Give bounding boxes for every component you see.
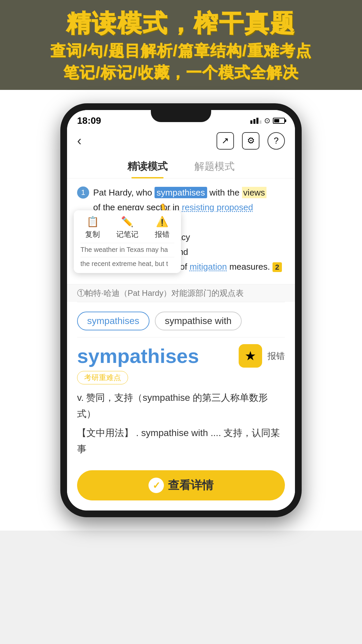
report-label-menu: 报错 — [155, 229, 170, 239]
warning-icon: ⚠️ — [156, 216, 168, 227]
phone-wrapper: 18:09 ⊙ ‹ — [0, 90, 362, 531]
star-icon: ★ — [245, 348, 256, 363]
status-icons: ⊙ — [250, 116, 285, 125]
word-actions: ★ 报错 — [239, 344, 285, 368]
report-button-menu[interactable]: ⚠️ 报错 — [155, 216, 170, 239]
nav-bar: ‹ ↗ ⚙ ? — [67, 129, 295, 153]
context-menu-items: 📋 复制 ✏️ 记笔记 ⚠️ 报错 — [80, 216, 174, 239]
word-usage: 【文中用法】 . sympathise with .... 支持，认同某事 — [77, 425, 285, 457]
share-icon: ↗ — [222, 136, 229, 146]
word-chips: sympathises sympathise with — [67, 302, 295, 337]
word-definition: v. 赞同，支持（sympathise 的第三人称单数形式） — [77, 390, 285, 422]
report-word-button[interactable]: 报错 — [267, 350, 285, 362]
view-detail-button[interactable]: ✓ 查看详情 — [77, 470, 285, 500]
help-button[interactable]: ? — [267, 132, 285, 150]
phone-screen: 18:09 ⊙ ‹ — [67, 110, 295, 511]
check-icon: ✓ — [153, 480, 160, 491]
check-circle-icon: ✓ — [148, 478, 164, 493]
back-button[interactable]: ‹ — [77, 133, 81, 148]
text-before: Pat Hardy, who — [93, 187, 155, 198]
reading-area: 📋 复制 ✏️ 记笔记 ⚠️ 报错 — [67, 178, 295, 284]
tab-jingdu[interactable]: 精读模式 — [127, 156, 168, 178]
signal-icon — [250, 118, 261, 124]
word-title-row: sympathises ★ 报错 — [77, 344, 285, 368]
text-with: with the — [207, 187, 242, 198]
translation-row: ①帕特·哈迪（Pat Hardy）对能源部门的观点表 — [67, 284, 295, 302]
share-button[interactable]: ↗ — [217, 132, 234, 150]
status-time: 18:09 — [77, 115, 101, 126]
header-title-line1: 精读模式，榨干真题 — [13, 10, 349, 37]
view-detail-label: 查看详情 — [168, 478, 214, 493]
header-subtitle-line3: 笔记/标记/收藏，一个模式全解决 — [13, 62, 349, 83]
wifi-icon: ⊙ — [264, 116, 270, 125]
link-resisting[interactable]: resisting proposed — [182, 202, 253, 212]
difficulty-tag: 考研重难点 — [77, 371, 128, 384]
word-main-title: sympathises — [77, 344, 199, 368]
paragraph-number: 1 — [77, 186, 89, 199]
text-measures: measures. — [227, 262, 270, 272]
note-button[interactable]: ✏️ 记笔记 — [116, 216, 138, 239]
phone-notch — [151, 110, 211, 122]
copy-button[interactable]: 📋 复制 — [85, 216, 100, 239]
copy-label: 复制 — [85, 229, 100, 239]
badge-2: 2 — [273, 262, 282, 272]
context-preview2: the recent extreme heat, but t — [80, 257, 174, 268]
highlight-views: views — [242, 187, 266, 198]
header-banner: 精读模式，榨干真题 查词/句/题目解析/篇章结构/重难考点 笔记/标记/收藏，一… — [0, 0, 362, 90]
tab-jieti[interactable]: 解题模式 — [194, 156, 235, 178]
context-preview: The weather in Texas may ha — [80, 243, 174, 254]
phone-mockup: 18:09 ⊙ ‹ — [60, 103, 302, 518]
battery-icon — [273, 118, 285, 124]
nav-icons: ↗ ⚙ ? — [217, 132, 285, 150]
note-label: 记笔记 — [116, 229, 138, 239]
note-icon: ✏️ — [121, 216, 133, 227]
bottom-btn-area: ✓ 查看详情 — [67, 464, 295, 511]
link-mitigation[interactable]: mitigation — [190, 262, 227, 272]
app-content: ‹ ↗ ⚙ ? — [67, 129, 295, 511]
gear-icon: ⚙ — [247, 136, 255, 146]
translation-text: ①帕特·哈迪（Pat Hardy）对能源部门的观点表 — [77, 288, 244, 298]
chip-sympathises[interactable]: sympathises — [77, 312, 149, 330]
tab-bar: 精读模式 解题模式 — [67, 153, 295, 178]
chip-sympathise-with[interactable]: sympathise with — [155, 312, 242, 330]
context-menu: 📋 复制 ✏️ 记笔记 ⚠️ 报错 — [74, 210, 181, 273]
highlight-sympathises[interactable]: sympathises — [155, 187, 207, 198]
word-panel: sympathises ★ 报错 考研重难点 v. 赞同，支持（sympathi… — [67, 337, 295, 464]
header-subtitle-line2: 查词/句/题目解析/篇章结构/重难考点 — [13, 40, 349, 61]
star-button[interactable]: ★ — [239, 344, 262, 368]
question-icon: ? — [274, 136, 279, 146]
settings-button[interactable]: ⚙ — [242, 132, 259, 150]
copy-icon: 📋 — [86, 216, 99, 227]
usage-label: 【文中用法】 — [77, 428, 133, 438]
